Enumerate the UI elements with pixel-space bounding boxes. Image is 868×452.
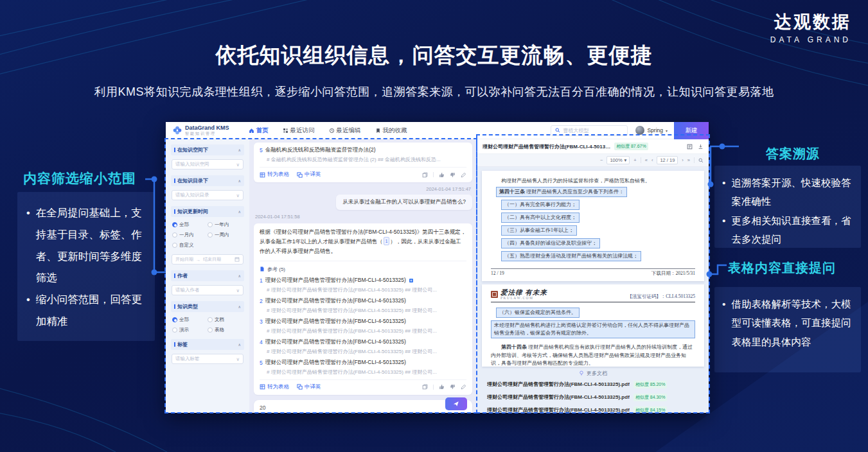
collapse-icon[interactable]: ∧: [238, 274, 241, 278]
app-brand[interactable]: DataGrand KMS 智能知识管理: [172, 125, 229, 137]
filter-group-author-header[interactable]: 作者∧: [171, 270, 244, 281]
radio-type-doc[interactable]: 文档: [208, 317, 243, 323]
datagrand-logo: 达观数据 DATA GRAND: [770, 10, 851, 44]
chevron-down-icon: ∨: [236, 193, 240, 198]
filter-group-time-header[interactable]: 知识更新时间∧: [171, 206, 244, 217]
related-doc-row[interactable]: 理财公司理财产品销售管理暂行办法(FBM-CLI-4-5013325).pdf相…: [484, 391, 702, 404]
radio-time-custom[interactable]: 自定义: [172, 242, 208, 248]
thumbs-up-icon[interactable]: [439, 172, 445, 178]
filter-group-dir-header[interactable]: 在知识目录下∧: [171, 175, 244, 186]
nav-item-home[interactable]: 首页: [249, 126, 269, 135]
reference-item[interactable]: 2理财公司理财产品销售管理暂行办法(FBM-CLI-4-5013325) # 理…: [260, 297, 466, 314]
brand-name: DataGrand KMS: [185, 125, 229, 131]
author-select[interactable]: 请输入作者∨: [172, 285, 244, 295]
tag-select[interactable]: 请输入标签∨: [172, 354, 244, 364]
thumbs-up-icon[interactable]: [439, 384, 445, 390]
zoom-out-button[interactable]: −: [600, 157, 603, 163]
next-page-button[interactable]: ›: [682, 157, 684, 163]
user-message-bubble: 从未从事过金融工作的人可以从事理财产品销售么?: [336, 195, 472, 210]
reference-item[interactable]: 5金融机构反洗钱和反恐怖融资监督管理办法(2) # 金融机构反洗钱和反恐怖融资监…: [260, 146, 466, 163]
filter-group-tag-header[interactable]: 标签∧: [171, 339, 244, 350]
copy-icon[interactable]: [422, 384, 428, 390]
references-title: 参考 (5): [267, 266, 285, 273]
download-icon[interactable]: [698, 144, 704, 150]
dir-select[interactable]: 请输入知识目录∨: [172, 190, 244, 200]
page-subtitle: 利用KMS将知识完成条理性组织，逐步缩小问答范围，追溯答案来源，可以弥补问答无法…: [0, 84, 868, 100]
related-doc-row[interactable]: 理财公司理财产品销售管理暂行办法(FBM-CLI-4-5013325).pdf相…: [484, 378, 702, 391]
radio-selected-icon: [172, 222, 177, 227]
recent-visits-icon: [283, 128, 288, 134]
pdf-page-13: 爱法律 有未来 PKULAW.COM 【法宝引证码】：CLI.4.5013325…: [482, 284, 704, 367]
feedback-icons: [422, 384, 466, 390]
label-bar: [174, 274, 175, 278]
pdf-page-area[interactable]: 构理财产品销售人员行为的持续监督和排查，严格防范私自销售。 第四十三条 理财产品…: [477, 167, 709, 413]
edit-icon[interactable]: [461, 172, 466, 178]
nav-item-recent-visits[interactable]: 最近访问: [283, 126, 315, 135]
radio-time-week[interactable]: 一周内: [208, 232, 243, 238]
feedback-icons: [422, 172, 466, 178]
reference-number: 4: [260, 339, 263, 345]
zoom-in-button[interactable]: +: [633, 157, 636, 163]
radio-icon: [208, 222, 213, 227]
new-button[interactable]: 新建: [674, 122, 709, 139]
more-docs-title: 更多文档: [587, 370, 607, 377]
filter-sidebar: 在知识空间下∧ 请输入知识空间∨ 在知识目录下∧ 请输入知识目录∨ 知识更新时间…: [166, 139, 249, 413]
reference-item[interactable]: 3理财公司理财产品销售管理暂行办法(FBM-CLI-4-5013325) # 理…: [260, 318, 466, 335]
last-page-button[interactable]: »: [687, 157, 690, 163]
space-select[interactable]: 请输入知识空间∨: [172, 159, 244, 170]
search-input[interactable]: 曹植大模型: [551, 125, 628, 136]
reference-item[interactable]: 5理财公司理财产品销售管理暂行办法(FBM-CLI-4-5013325) # 理…: [260, 359, 466, 376]
user-menu[interactable]: Spring ▾: [635, 126, 668, 135]
radio-time-all[interactable]: 全部: [172, 222, 208, 228]
divider: [433, 385, 434, 390]
radio-time-month[interactable]: 一月内: [172, 232, 208, 238]
to-table-button[interactable]: 转为表格: [260, 171, 289, 178]
thumbs-down-icon[interactable]: [450, 384, 456, 390]
date-range-input[interactable]: 开始日期 → 结束日期: [172, 254, 244, 265]
reference-number: 3: [260, 318, 263, 325]
collapse-icon[interactable]: ∧: [238, 178, 241, 183]
similarity-badge: 相似度 85.20%: [633, 381, 668, 388]
citation-badge[interactable]: 1: [384, 237, 390, 245]
message-input[interactable]: 20: [254, 400, 472, 413]
clause-number: 第四十四条: [501, 344, 527, 350]
callout-filter-title: 内容筛选缩小范围: [23, 170, 136, 187]
open-doc-icon[interactable]: [409, 278, 414, 283]
bullet-dot: •: [26, 202, 30, 289]
zoom-level-select[interactable]: 100%▾: [607, 156, 630, 164]
highlighted-clause: （二）具有高中以上文化程度；: [501, 213, 580, 223]
nav-item-label: 我的收藏: [383, 126, 407, 135]
page-layout-icon[interactable]: [687, 144, 693, 150]
pdf-paragraph: 第四十四条 理财产品销售机构应当有效执行理财产品销售人员的持续培训制度，通过内外…: [491, 343, 695, 367]
collapse-icon[interactable]: ∧: [238, 209, 241, 214]
pdf-search-icon[interactable]: [698, 158, 704, 163]
first-page-button[interactable]: «: [645, 157, 648, 163]
prev-page-button[interactable]: ‹: [651, 157, 653, 163]
nav-item-recent-edits[interactable]: 最近编辑: [329, 126, 361, 135]
nav-item-favorites[interactable]: 我的收藏: [375, 126, 407, 135]
related-doc-row[interactable]: 理财公司理财产品销售管理暂行办法(FBM-CLI-4-5013325).pdf相…: [484, 404, 702, 413]
thumbs-down-icon[interactable]: [450, 172, 456, 178]
reference-item[interactable]: 4理财公司理财产品销售管理暂行办法(FBM-CLI-4-5013325) # 理…: [260, 338, 466, 355]
radio-type-table[interactable]: 表格: [208, 327, 243, 333]
table-icon: [260, 384, 265, 390]
copy-icon[interactable]: [422, 172, 428, 178]
to-table-button[interactable]: 转为表格: [260, 383, 289, 391]
send-button[interactable]: [445, 397, 467, 410]
callout-trace-title: 答案溯源: [725, 145, 861, 162]
filter-group-type-header[interactable]: 知识类型∧: [171, 301, 244, 312]
translate-button[interactable]: 中译英: [297, 383, 321, 391]
document-title[interactable]: 理财公司理财产品销售管理暂行办法(FBM-CLI-4-5013325).pdf: [483, 143, 611, 150]
reference-item[interactable]: 1理财公司理财产品销售管理暂行办法(FBM-CLI-4-5013325) # 理…: [260, 277, 466, 293]
collapse-icon[interactable]: ∧: [238, 304, 241, 309]
edit-icon[interactable]: [461, 384, 466, 390]
radio-type-slides[interactable]: 演示: [172, 327, 208, 333]
radio-type-all[interactable]: 全部: [172, 317, 208, 323]
filter-group-space-header[interactable]: 在知识空间下∧: [171, 144, 244, 155]
translate-button[interactable]: 中译英: [297, 171, 321, 178]
bulb-icon: [579, 370, 584, 376]
page-indicator-input[interactable]: 12 / 19: [657, 156, 678, 164]
radio-time-year[interactable]: 一年内: [208, 222, 243, 228]
collapse-icon[interactable]: ∧: [238, 342, 241, 347]
collapse-icon[interactable]: ∧: [238, 148, 241, 152]
